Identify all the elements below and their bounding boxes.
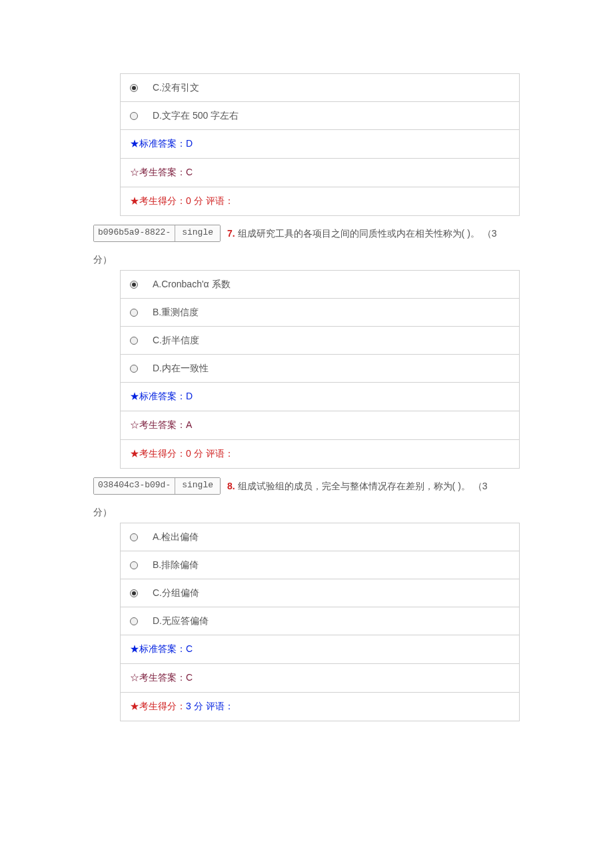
score-row: ★考生得分：0 分 评语： [121, 187, 519, 216]
question-number: 8. [227, 481, 235, 491]
question-id-field: 038404c3-b09d- single [93, 477, 221, 495]
candidate-answer: ☆考生答案：C [121, 159, 519, 187]
option-row[interactable]: A.Cronbach'α 系数 [121, 271, 519, 299]
option-text: D.无应答偏倚 [153, 615, 209, 627]
question-id-left: b096b5a9-8822- [94, 225, 175, 241]
option-row[interactable]: C.分组偏倚 [121, 579, 519, 607]
option-row[interactable]: B.重测信度 [121, 299, 519, 327]
option-text: A.检出偏倚 [153, 531, 199, 543]
radio-icon[interactable] [130, 561, 138, 569]
standard-answer: ★标准答案：D [121, 383, 519, 411]
score-value: 3 分 评语： [186, 701, 234, 711]
option-text: C.没有引文 [153, 82, 199, 94]
radio-icon[interactable] [130, 309, 138, 317]
radio-icon[interactable] [130, 112, 138, 120]
question-number: 7. [227, 228, 235, 239]
question-text-cont: 分） [93, 254, 520, 266]
option-text: D.文字在 500 字左右 [153, 110, 239, 122]
option-row[interactable]: D.文字在 500 字左右 [121, 102, 519, 130]
option-row[interactable]: C.没有引文 [121, 74, 519, 102]
radio-icon[interactable] [130, 84, 138, 92]
question-7-header: b096b5a9-8822- single 7. 组成研究工具的各项目之间的同质… [93, 217, 520, 242]
option-row[interactable]: A.检出偏倚 [121, 523, 519, 551]
radio-icon[interactable] [130, 337, 138, 345]
radio-icon[interactable] [130, 617, 138, 625]
standard-answer: ★标准答案：C [121, 635, 519, 664]
candidate-answer: ☆考生答案：C [121, 664, 519, 693]
question-id-left: 038404c3-b09d- [94, 478, 175, 494]
question-8-header: 038404c3-b09d- single 8. 组成试验组的成员，完全与整体情… [93, 470, 520, 495]
radio-icon[interactable] [130, 589, 138, 597]
option-text: D.内在一致性 [153, 363, 209, 375]
option-text: B.排除偏倚 [153, 559, 199, 571]
radio-icon[interactable] [130, 281, 138, 289]
question-type: single [175, 225, 220, 241]
question-type: single [175, 478, 220, 494]
question-body: 组成研究工具的各项目之间的同质性或内在相关性称为( )。 （3 [238, 228, 497, 239]
radio-icon[interactable] [130, 365, 138, 373]
question-text: 8. 组成试验组的成员，完全与整体情况存在差别，称为( )。 （3 [227, 470, 520, 495]
score-prefix: ★考生得分： [130, 701, 186, 711]
option-text: A.Cronbach'α 系数 [153, 279, 231, 291]
radio-icon[interactable] [130, 533, 138, 541]
standard-answer: ★标准答案：D [121, 130, 519, 159]
question-8-block: A.检出偏倚 B.排除偏倚 C.分组偏倚 D.无应答偏倚 ★标准答案：C ☆考生… [120, 523, 520, 721]
option-row[interactable]: C.折半信度 [121, 327, 519, 355]
question-text-cont: 分） [93, 507, 520, 519]
option-row[interactable]: B.排除偏倚 [121, 551, 519, 579]
option-text: C.折半信度 [153, 335, 199, 347]
candidate-answer: ☆考生答案：A [121, 411, 519, 440]
option-row[interactable]: D.无应答偏倚 [121, 607, 519, 635]
question-7-block: A.Cronbach'α 系数 B.重测信度 C.折半信度 D.内在一致性 ★标… [120, 270, 520, 469]
option-row[interactable]: D.内在一致性 [121, 355, 519, 383]
question-text: 7. 组成研究工具的各项目之间的同质性或内在相关性称为( )。 （3 [227, 217, 520, 242]
option-text: B.重测信度 [153, 307, 199, 319]
score-row: ★考生得分：0 分 评语： [121, 440, 519, 469]
question-body: 组成试验组的成员，完全与整体情况存在差别，称为( )。 （3 [238, 481, 488, 491]
question-id-field: b096b5a9-8822- single [93, 225, 221, 242]
option-text: C.分组偏倚 [153, 587, 199, 599]
question-6-block: C.没有引文 D.文字在 500 字左右 ★标准答案：D ☆考生答案：C ★考生… [120, 73, 520, 216]
score-row: ★考生得分：3 分 评语： [121, 693, 519, 721]
